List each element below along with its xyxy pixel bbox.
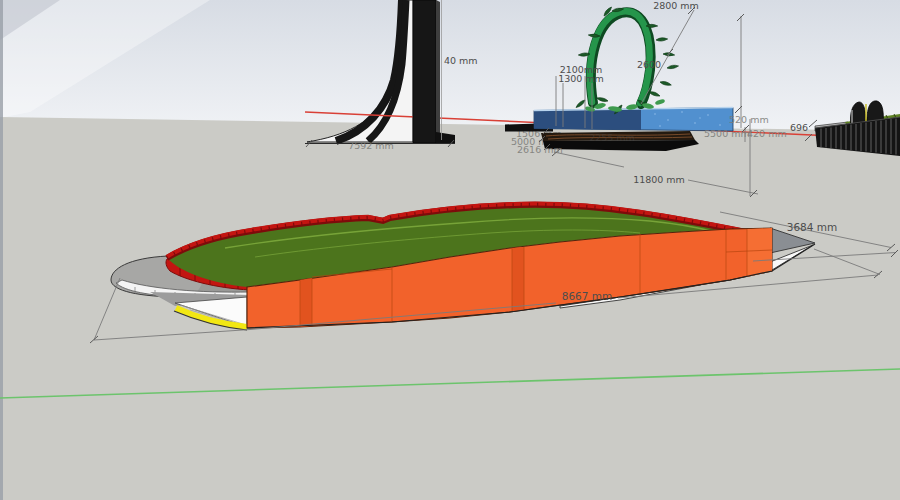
dim-label-planter-length: 11800 mm (633, 174, 685, 185)
dim-label-planter-right-mid-a: 5500 mm (704, 128, 750, 139)
dim-label-sculpture-top: 2800 mm (653, 0, 699, 11)
dim-label-right-structure: 696 (790, 122, 808, 133)
viewport-left-edge (0, 0, 3, 500)
platform-panel (300, 278, 312, 327)
dim-label-tower-height: 40 mm (444, 55, 478, 66)
planter-blue-box-dark-half (534, 109, 641, 130)
dim-label-planter-left-3: 2616 mm (517, 144, 563, 155)
tower-side-face (436, 0, 440, 143)
dim-label-planter-right-mid-b: 420 mm (747, 128, 787, 139)
dim-label-tower-base: 7592 mm (348, 140, 394, 151)
dim-label-planter-face: 2255 mm (589, 132, 635, 143)
tower-front-face (413, 0, 436, 143)
dim-label-platform-width: 3684 mm (787, 221, 838, 233)
dim-label-platform-length: 8667 mm (562, 290, 613, 302)
dim-label-planter-right-top: 520 mm (729, 114, 769, 125)
scene-canvas[interactable]: 1506 mm 5000 mm 2255 mm (0, 0, 900, 500)
platform-panel (747, 228, 772, 277)
dim-label-sculpture-mid: 2600 (637, 59, 661, 70)
viewport[interactable]: 1506 mm 5000 mm 2255 mm (0, 0, 900, 500)
dim-label-planter-height-b: 1300 mm (558, 73, 604, 84)
platform-panel (512, 247, 524, 311)
